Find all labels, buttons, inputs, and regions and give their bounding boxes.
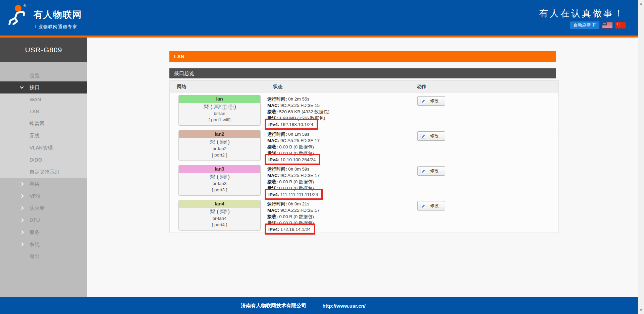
cn-flag-icon[interactable] <box>615 22 626 28</box>
scrollbar-up-icon[interactable] <box>640 3 642 5</box>
sidebar-item-label: 蜂窝网 <box>30 121 45 126</box>
brand-block: 有人物联网 工业物联网通信专家 <box>34 9 82 30</box>
action-cell: 修改 <box>416 163 558 198</box>
bridge-name: br-lan2 <box>179 145 260 152</box>
network-card: lan ( ) br-lan [ port1 wifi] <box>178 95 261 126</box>
network-name: lan4 <box>179 200 260 208</box>
sidebar-item-label: 防火墙 <box>30 205 45 211</box>
edit-button-label: 修改 <box>430 98 439 104</box>
column-header-status: 状态 <box>264 84 416 90</box>
network-icons: ( ) <box>179 138 260 145</box>
ipv4-line: IPv4: 111.111.111.111/24 <box>267 191 416 198</box>
vertical-scrollbar[interactable] <box>638 0 644 314</box>
footer-url[interactable]: http://www.usr.cn/ <box>322 303 366 309</box>
column-header-action: 动作 <box>416 84 558 90</box>
sidebar-item-dtu[interactable]: DTU <box>0 214 87 226</box>
network-name: lan3 <box>179 165 260 173</box>
edit-icon <box>420 168 426 174</box>
chevron-right-icon <box>20 230 23 234</box>
edit-button[interactable]: 修改 <box>417 166 445 176</box>
sidebar-item-dido[interactable]: DIDO <box>0 154 87 166</box>
edit-button[interactable]: 修改 <box>417 131 445 141</box>
ipv4-line: IPv4: 172.16.14.1/24 <box>267 226 416 233</box>
table-row: lan3 ( ) br-lan3 [ port3 ] 运行时间: 0h 0m 5… <box>170 163 558 198</box>
edit-button-label: 修改 <box>430 133 439 139</box>
chevron-right-icon <box>20 242 23 246</box>
brand-tagline: 工业物联网通信专家 <box>34 24 82 30</box>
table-row: lan ( ) br-lan [ port1 wifi] 运行时间: 0h 2m… <box>170 93 558 128</box>
edit-icon <box>420 98 426 104</box>
sidebar-item-wan[interactable]: WAN <box>0 93 87 106</box>
sidebar-item-service[interactable]: 服务 <box>0 226 87 238</box>
bridge-icon <box>209 174 216 180</box>
uptime-line: 运行时间: 0h 0m 21s <box>267 201 416 207</box>
paren: ( <box>217 209 218 215</box>
mac-line: MAC: 9C:A5:25:FD:3E:17 <box>267 207 416 213</box>
edit-icon <box>420 133 426 139</box>
mac-line: MAC: 9C:A5:25:FD:3E:17 <box>267 172 416 179</box>
sidebar-item-label: 退出 <box>30 253 40 259</box>
rx-line: 接收: 0.00 B (0 数据包) <box>267 144 416 150</box>
sidebar-item-firewall[interactable]: 防火墙 <box>0 202 87 214</box>
action-cell: 修改 <box>416 128 558 163</box>
edit-icon <box>420 203 426 209</box>
sidebar-item-led[interactable]: 自定义指示灯 <box>0 166 87 178</box>
auto-refresh-toggle[interactable]: 自动刷新 开 <box>570 21 599 29</box>
rx-line: 接收: 0.00 B (0 数据包) <box>267 179 416 185</box>
sidebar-item-network[interactable]: 网络 <box>0 178 87 190</box>
sidebar-item-logout[interactable]: 退出 <box>0 250 87 262</box>
paren: ) <box>234 104 236 110</box>
sidebar-item-wireless[interactable]: 无线 <box>0 130 87 142</box>
us-flag-icon[interactable] <box>602 22 612 28</box>
edit-button[interactable]: 修改 <box>417 201 445 210</box>
sidebar-item-interface[interactable]: 接口 <box>0 81 87 93</box>
chevron-right-icon <box>20 194 23 198</box>
sidebar-item-system[interactable]: 系统 <box>0 238 87 250</box>
rx-line: 接收: 520.68 KB (4332 数据包) <box>267 109 416 115</box>
sidebar-item-label: DIDO <box>30 157 42 163</box>
chevron-right-icon <box>20 218 23 222</box>
sidebar-item-vpn[interactable]: VPN <box>0 190 87 202</box>
action-cell: 修改 <box>416 93 558 128</box>
table-body: lan ( ) br-lan [ port1 wifi] 运行时间: 0h 2m… <box>170 93 558 233</box>
ipv4-line: IPv4: 192.168.10.1/24 <box>267 121 416 128</box>
network-name: lan2 <box>179 130 260 138</box>
port-list: [ port2 ] <box>179 152 260 158</box>
bridge-name: br-lan4 <box>179 215 260 222</box>
rx-line: 接收: 0.00 B (0 数据包) <box>267 213 416 220</box>
sidebar-item-label: 接口 <box>30 84 40 90</box>
uptime-line: 运行时间: 0h 2m 55s <box>267 96 416 102</box>
header-slogan: 有人在认真做事！ <box>539 7 625 19</box>
switch-icon <box>219 209 227 214</box>
bridge-icon <box>209 139 216 145</box>
sidebar-item-lan[interactable]: LAN <box>0 106 87 118</box>
footer-company: 济南有人物联网技术有限公司 <box>241 303 306 309</box>
sidebar-item-cellular[interactable]: 蜂窝网 <box>0 118 87 130</box>
port-list: [ port4 ] <box>179 222 260 228</box>
top-header: ® 有人物联网 工业物联网通信专家 有人在认真做事！ 自动刷新 开 <box>0 0 638 36</box>
router-admin-page: ® 有人物联网 工业物联网通信专家 有人在认真做事！ 自动刷新 开 <box>0 0 644 314</box>
port-list: [ port1 wifi] <box>179 117 260 123</box>
status-cell: 运行时间: 0h 2m 55s MAC: 9C:A5:25:FD:3E:15 接… <box>264 93 416 128</box>
chevron-right-icon <box>20 182 23 186</box>
network-card: lan2 ( ) br-lan2 [ port2 ] <box>178 130 261 161</box>
scrollbar-down-icon[interactable] <box>640 309 642 311</box>
sidebar-item-label: 系统 <box>30 241 40 247</box>
red-annotation-box: IPv4: 111.111.111.111/24 <box>265 189 323 200</box>
network-icons: ( ) <box>179 103 260 110</box>
red-annotation-box: IPv4: 10.10.100.254/24 <box>265 154 320 165</box>
edit-button-label: 修改 <box>430 168 439 174</box>
sidebar-item-label: 总览 <box>30 72 40 78</box>
network-card: lan4 ( ) br-lan4 [ port4 ] <box>178 200 261 231</box>
bridge-icon <box>203 104 210 110</box>
chevron-right-icon <box>20 206 23 210</box>
wifi-icon <box>222 104 227 110</box>
network-icons: ( ) <box>179 208 260 215</box>
sidebar-item-overview[interactable]: 总览 <box>0 69 87 81</box>
column-header-network: 网络 <box>170 84 264 90</box>
table-row: lan4 ( ) br-lan4 [ port4 ] 运行时间: 0h 0m 2… <box>170 198 558 233</box>
table-row: lan2 ( ) br-lan2 [ port2 ] 运行时间: 0h 1m 5… <box>170 128 558 163</box>
header-tools: 自动刷新 开 <box>570 21 626 29</box>
sidebar-item-vlan[interactable]: VLAN管理 <box>0 142 87 154</box>
edit-button[interactable]: 修改 <box>417 96 445 106</box>
